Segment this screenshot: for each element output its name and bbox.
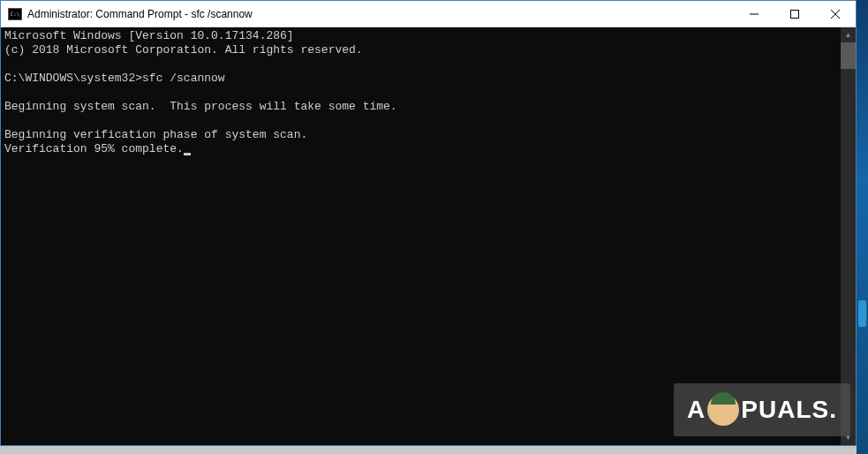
watermark-badge: APUALS.: [674, 383, 850, 436]
terminal-cursor: [184, 153, 191, 155]
window-title: Administrator: Command Prompt - sfc /sca…: [27, 8, 253, 20]
output-copyright: (c) 2018 Microsoft Corporation. All righ…: [4, 43, 363, 57]
output-scan-begin: Beginning system scan. This process will…: [4, 100, 397, 113]
command-prompt-window: Administrator: Command Prompt - sfc /sca…: [0, 0, 857, 446]
watermark-text-prefix: A: [687, 396, 706, 424]
title-bar[interactable]: Administrator: Command Prompt - sfc /sca…: [1, 1, 856, 27]
svg-rect-1: [791, 10, 799, 18]
output-verify-progress: Verification 95% complete.: [4, 142, 184, 155]
watermark-face-icon: [707, 394, 739, 426]
scroll-up-arrow-icon[interactable]: ▲: [841, 27, 856, 42]
cmd-icon: [8, 8, 22, 20]
output-win-version: Microsoft Windows [Version 10.0.17134.28…: [4, 29, 294, 42]
minimize-icon: [750, 10, 759, 19]
output-verify-begin: Beginning verification phase of system s…: [4, 128, 307, 141]
maximize-button[interactable]: [774, 1, 815, 26]
scrollbar-thumb[interactable]: [841, 42, 856, 69]
title-left-group: Administrator: Command Prompt - sfc /sca…: [8, 8, 253, 20]
window-controls: [734, 1, 856, 26]
watermark-text-suffix: PUALS.: [741, 396, 837, 424]
desktop-background-edge: [857, 0, 868, 454]
maximize-icon: [790, 10, 799, 19]
close-button[interactable]: [815, 1, 856, 26]
output-prompt-command: C:\WINDOWS\system32>sfc /scannow: [4, 72, 225, 85]
close-icon: [831, 10, 840, 19]
minimize-button[interactable]: [734, 1, 774, 26]
